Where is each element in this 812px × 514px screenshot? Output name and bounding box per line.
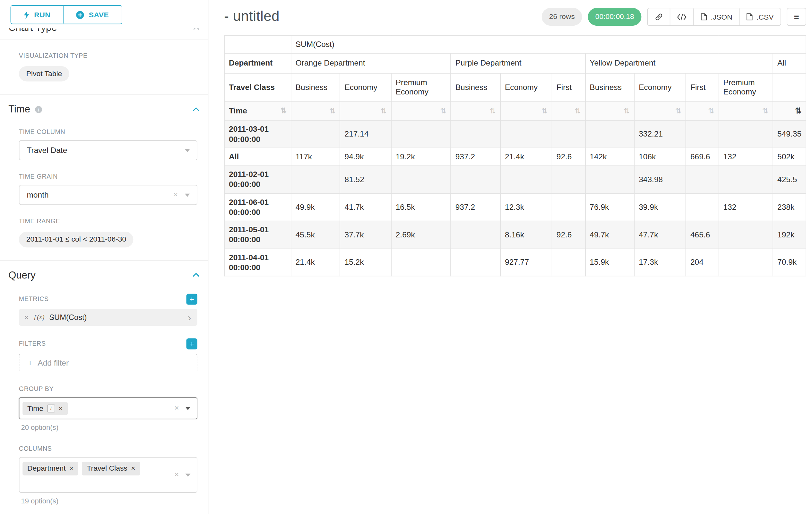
value-cell: 39.9k [634,193,686,221]
chart-menu-button[interactable]: ≡ [787,8,806,26]
time-range-value[interactable]: 2011-01-01 ≤ col < 2011-06-30 [19,232,134,247]
sort-icon[interactable]: ⇅ [542,107,548,115]
column-class-header [773,73,806,102]
collapse-section-icon[interactable] [193,107,199,111]
save-button[interactable]: SAVE [63,6,122,24]
visualization-type-label: VISUALIZATION TYPE [19,52,197,60]
columns-chip[interactable]: Travel Class× [82,462,140,476]
group-by-select[interactable]: Timei× × [19,397,197,420]
row-dimension-header: Department [224,53,291,73]
add-filter-button[interactable]: + Add filter [19,354,197,373]
value-cell: 192k [773,221,806,249]
remove-metric-icon[interactable]: × [24,313,29,323]
value-cell [451,120,500,148]
sort-icon[interactable]: ⇅ [624,107,630,115]
metric-chip[interactable]: × ƒ(x) SUM(Cost) › [19,309,197,326]
copy-link-button[interactable] [648,8,670,25]
value-cell [686,166,719,193]
link-icon [655,12,663,21]
column-class-header: First [552,73,585,102]
column-sorter-cell: ⇅ [500,102,552,120]
embed-code-button[interactable] [670,8,694,25]
divider [0,94,208,95]
sort-icon[interactable]: ⇅ [490,107,496,115]
export-json-button[interactable]: .JSON [693,8,739,25]
columns-select[interactable]: Department×Travel Class× × [19,457,197,493]
value-cell: 937.2 [451,193,500,221]
chart-title: - untitled [224,8,280,26]
column-class-header: Economy [500,73,552,102]
visualization-type-value[interactable]: Pivot Table [19,66,69,82]
divider [0,260,208,261]
sort-icon[interactable]: ⇅ [762,107,768,115]
value-cell: 81.52 [340,166,391,193]
add-filter-plus-button[interactable]: + [186,339,197,350]
columns-chip[interactable]: Department× [23,462,78,476]
value-cell [585,120,634,148]
collapse-section-icon[interactable] [193,273,199,277]
time-grain-label: TIME GRAIN [19,173,197,181]
export-json-label: .JSON [710,12,732,21]
add-metric-button[interactable]: + [186,294,197,305]
sort-icon[interactable]: ⇅ [440,107,446,115]
sort-icon[interactable]: ⇅ [381,107,387,115]
time-range-label: TIME RANGE [19,217,197,225]
columns-options-hint: 19 option(s) [21,497,197,506]
clear-icon[interactable]: × [174,403,179,413]
value-cell [719,221,773,249]
chevron-right-icon[interactable]: › [188,313,191,323]
sort-icon[interactable]: ⇅ [795,106,802,115]
remove-chip-icon[interactable]: × [59,404,63,413]
remove-chip-icon[interactable]: × [69,464,74,473]
export-csv-button[interactable]: .CSV [739,8,781,25]
column-class-header: Business [451,73,500,102]
value-cell: 8.16k [500,221,552,249]
group-by-chips: Timei× [23,402,67,415]
column-class-header: Business [585,73,634,102]
caret-down-icon[interactable] [185,407,190,410]
time-column-select[interactable]: Travel Date [19,140,197,160]
sort-icon[interactable]: ⇅ [675,107,682,115]
caret-down-icon[interactable] [185,474,190,477]
control-panel: RUN SAVE Chart Type VISUALIZATION TYPE P… [0,0,208,514]
remove-chip-icon[interactable]: × [131,464,135,473]
column-class-header: Premium Economy [391,73,451,102]
value-cell: 41.7k [340,193,391,221]
value-cell [719,120,773,148]
sort-icon[interactable]: ⇅ [708,107,714,115]
clear-icon[interactable]: × [174,470,179,480]
column-info-icon[interactable]: i [47,404,55,412]
column-sorter-cell: ⇅ [340,102,391,120]
column-sorter-cell: ⇅ [391,102,451,120]
clear-icon[interactable]: × [173,190,178,200]
value-cell: 238k [773,193,806,221]
metric-header: SUM(Cost) [291,35,806,53]
caret-down-icon [185,194,190,197]
value-cell: 204 [686,249,719,276]
file-icon [701,13,707,21]
table-row: 2011-06-01 00:00:0049.9k41.7k16.5k937.21… [224,193,806,221]
value-cell: 132 [719,148,773,166]
value-cell: 12.3k [500,193,552,221]
plus-icon: + [28,358,32,368]
run-button[interactable]: RUN [11,6,63,24]
sort-icon[interactable]: ⇅ [281,106,287,116]
value-cell: 142k [585,148,634,166]
value-cell: 465.6 [686,221,719,249]
value-cell: 70.9k [773,249,806,276]
sort-icon[interactable]: ⇅ [575,107,581,115]
group-by-chip[interactable]: Timei× [23,402,67,415]
sort-icon[interactable]: ⇅ [329,107,336,115]
value-cell: 37.7k [340,221,391,249]
chip-label: Department [27,464,66,473]
time-grain-value: month [27,190,49,200]
time-grain-select[interactable]: month × [19,185,197,205]
value-cell: 106k [634,148,686,166]
value-cell [291,166,340,193]
visualization-type-section: VISUALIZATION TYPE Pivot Table [19,52,197,81]
column-sorter-cell: ⇅ [451,102,500,120]
column-class-header: Economy [340,73,391,102]
value-cell: 502k [773,148,806,166]
value-cell [552,193,585,221]
value-cell: 15.9k [585,249,634,276]
